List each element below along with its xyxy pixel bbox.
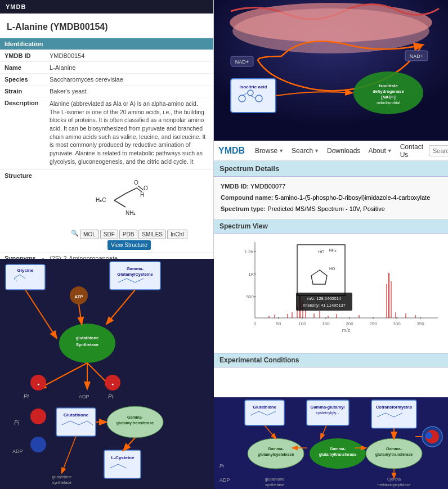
svg-text:Synthetase: Synthetase: [76, 342, 98, 347]
svg-text:NAD+: NAD+: [410, 53, 423, 59]
svg-rect-130: [296, 293, 352, 311]
structure-cell: H₃C O H O NH₂: [45, 170, 213, 253]
ymdb-id-value: YMDB00154: [45, 50, 213, 62]
search-chevron-icon: ▼: [314, 148, 319, 154]
svg-text:50: 50: [276, 321, 281, 326]
svg-text:O: O: [144, 185, 148, 191]
svg-text:Gamma-: Gamma-: [330, 447, 346, 451]
structure-label: Structure: [0, 170, 45, 253]
compound-name-label: Compound name:: [221, 194, 274, 201]
bottom-left-pathway: Glycine Gamma- GlutamylCysteine ATP glut…: [0, 259, 214, 489]
browse-chevron-icon: ▼: [279, 148, 284, 154]
svg-text:HO: HO: [319, 250, 325, 254]
app-logo: YMDB: [6, 3, 26, 10]
spectrum-type-value: Predicted MS/MS Spectrum - 10V, Positive: [267, 205, 385, 212]
compound-title: L-Alanine (YMDB00154): [0, 14, 213, 38]
svg-text:O: O: [134, 180, 138, 186]
description-label: Description: [0, 97, 45, 170]
svg-text:glutamylcysteinase: glutamylcysteinase: [258, 452, 294, 457]
spectrum-details: YMDB ID: YMDB00077 Compound name: 5-amin…: [214, 177, 448, 219]
svg-text:glutamyltransferase: glutamyltransferase: [319, 452, 357, 457]
app-header: YMDB: [0, 0, 213, 14]
navbar-logo[interactable]: YMDB: [218, 146, 245, 156]
synonyms-label: Synonyms: [0, 253, 45, 259]
svg-text:synthetase: synthetase: [265, 483, 284, 487]
species-value: Saccharomyces cerevisiae: [45, 74, 213, 86]
svg-text:Gamma-glutamyl: Gamma-glutamyl: [311, 405, 345, 410]
svg-text:glutamyltransferase: glutamyltransferase: [375, 452, 413, 457]
smiles-button[interactable]: SMILES: [138, 230, 166, 239]
svg-text:cysteinylgly...: cysteinylgly...: [316, 411, 339, 415]
svg-text:glutathione: glutathione: [265, 477, 284, 482]
svg-text:NAD+: NAD+: [235, 59, 249, 65]
svg-text:ADP: ADP: [219, 477, 230, 483]
svg-text:Isocitric acid: Isocitric acid: [240, 84, 267, 89]
inchi-button[interactable]: InChI: [167, 230, 187, 239]
strain-value: Baker's yeast: [45, 86, 213, 97]
nav-downloads[interactable]: Downloads: [325, 146, 362, 156]
bottom-right-svg: Cotransformycins Gamma- glutamyltransfer…: [214, 397, 448, 489]
svg-text:200: 200: [346, 321, 353, 326]
svg-line-1: [114, 194, 126, 200]
svg-point-144: [425, 432, 432, 439]
section-identification: Identification: [0, 38, 213, 50]
compound-name-row: Compound name: 5-amino-1-(5-phospho-D-ri…: [221, 192, 441, 204]
ymdb-id-detail-label: YMDB ID:: [221, 183, 249, 190]
svg-text:NH₂: NH₂: [126, 210, 136, 216]
svg-text:mitochondrial: mitochondrial: [377, 101, 400, 105]
icon-search: 🔍: [71, 230, 79, 239]
svg-text:glutathione: glutathione: [76, 335, 98, 340]
chart-area: 1.5K 1K 500 0 50 100 150 200 250 300 350: [214, 234, 448, 352]
pathway-canvas-top: NAD+ NAD+ Isocitric acid Isocitrate dehy…: [214, 0, 448, 141]
spectrum-type-label: Spectrum type:: [221, 205, 266, 212]
top-right-pathway: NAD+ NAD+ Isocitric acid Isocitrate dehy…: [214, 0, 448, 141]
mol-button[interactable]: MOL: [80, 230, 99, 239]
svg-text:ADP: ADP: [12, 448, 23, 454]
svg-text:300: 300: [393, 321, 401, 326]
nav-about[interactable]: About ▼: [366, 146, 394, 156]
svg-text:Pi: Pi: [219, 463, 225, 469]
view-structure-button[interactable]: View Structure: [107, 240, 151, 250]
spectrum-type-row: Spectrum type: Predicted MS/MS Spectrum …: [221, 204, 441, 215]
spectrum-view-title: Spectrum View: [214, 219, 448, 234]
pathway-canvas-bottom: Glycine Gamma- GlutamylCysteine ATP glut…: [0, 259, 214, 489]
svg-text:Isocitrate: Isocitrate: [379, 83, 397, 88]
bottom-right-pathway: Cotransformycins Gamma- glutamyltransfer…: [214, 397, 448, 489]
svg-text:Pi: Pi: [14, 420, 20, 426]
svg-text:●: ●: [111, 382, 114, 386]
svg-text:HO: HO: [329, 267, 335, 271]
svg-text:Intensity: 41.11495137: Intensity: 41.11495137: [303, 303, 346, 308]
synonym-1: (2S)-2-Aminopropanoate: [50, 255, 209, 259]
svg-line-2: [114, 200, 126, 207]
svg-text:glutathione: glutathione: [52, 475, 71, 479]
species-label: Species: [0, 74, 45, 86]
nav-contact[interactable]: Contact Us: [398, 142, 425, 160]
svg-text:1.5K: 1.5K: [245, 249, 254, 254]
nav-search[interactable]: Search ▼: [289, 146, 321, 156]
about-chevron-icon: ▼: [387, 148, 392, 154]
svg-text:250: 250: [369, 321, 377, 326]
synonyms-value: (2S)-2-Aminopropanoate (2S)-2-Aminopropa…: [45, 253, 213, 259]
pdb-button[interactable]: PDB: [119, 230, 138, 239]
svg-point-61: [30, 409, 46, 424]
svg-text:metabolopeptidase: metabolopeptidase: [377, 483, 410, 487]
svg-text:Gamma-: Gamma-: [127, 266, 144, 271]
pathway-svg-top: NAD+ NAD+ Isocitric acid Isocitrate dehy…: [214, 0, 448, 141]
spectrum-chart: 1.5K 1K 500 0 50 100 150 200 250 300 350: [236, 239, 442, 335]
structure-svg: H₃C O H O NH₂: [93, 177, 166, 222]
nav-browse[interactable]: Browse ▼: [253, 146, 286, 156]
svg-text:150: 150: [322, 321, 330, 326]
structure-area: H₃C O H O NH₂: [50, 172, 209, 227]
svg-text:Pi: Pi: [108, 393, 114, 400]
svg-text:500: 500: [247, 294, 254, 299]
svg-line-3: [126, 188, 137, 194]
svg-text:[NAD+]: [NAD+]: [381, 95, 396, 100]
svg-text:synthetase: synthetase: [52, 481, 71, 485]
svg-text:H₃C: H₃C: [96, 197, 106, 203]
name-label: Name: [0, 62, 45, 74]
search-input[interactable]: [429, 145, 448, 156]
svg-text:Glycine: Glycine: [17, 268, 34, 273]
left-panel: YMDB L-Alanine (YMDB00154) Identificatio…: [0, 0, 214, 259]
spectrum-title: Spectrum Details: [214, 161, 448, 177]
sdf-button[interactable]: SDF: [100, 230, 118, 239]
